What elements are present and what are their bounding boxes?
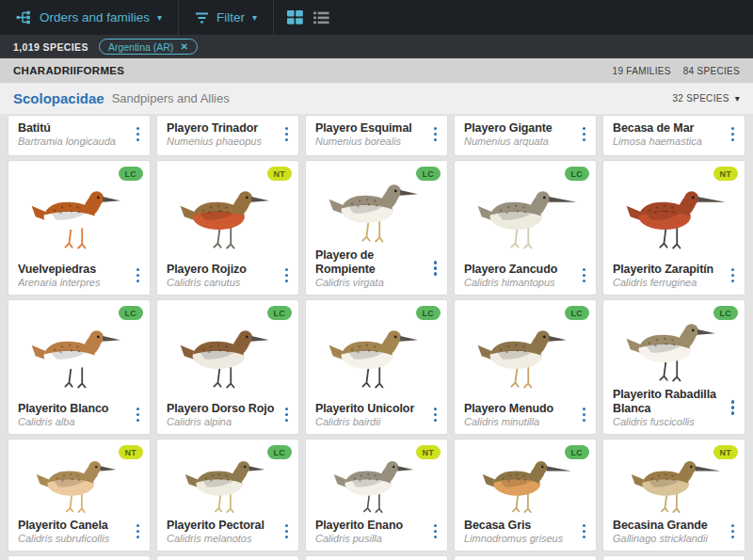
species-menu-button[interactable] [578,520,591,543]
species-scientific-name: Calidris virgata [315,277,429,288]
species-common-name: Playero Zancudo [464,263,578,276]
filter-summary-bar: 1,019 SPECIES Argentina (AR) ✕ [0,35,753,58]
species-card[interactable]: LC [156,299,299,435]
species-menu-button[interactable] [280,520,294,543]
conservation-status-badge: NT [416,445,441,459]
species-card[interactable]: NT [8,439,151,552]
location-filter-label: Argentina (AR) [108,41,173,53]
species-menu-button[interactable] [280,404,294,426]
species-card[interactable]: NT [602,160,745,296]
species-menu-button[interactable] [280,123,294,146]
species-common-name: Vuelvepiedras [18,263,132,276]
species-scientific-name: Gallinago stricklandii [613,533,727,544]
species-card-clipped [305,555,448,560]
species-card[interactable]: LC [602,299,745,435]
species-common-name: Playero Gigante [464,121,578,135]
species-scientific-name: Bartramia longicauda [18,136,132,147]
species-menu-button[interactable] [132,123,145,146]
species-common-name: Playerito Unicolor [315,402,429,415]
species-card[interactable]: LC [8,299,151,435]
orders-families-label: Orders and families [40,10,150,24]
species-common-name: Becasina Grande [613,519,727,532]
family-species-toggle[interactable]: 32 SPECIES ▾ [672,93,740,104]
conservation-status-badge: LC [267,445,292,459]
conservation-status-badge: LC [267,306,292,320]
species-card[interactable]: LC [454,299,597,435]
species-card[interactable]: LC [8,160,151,296]
species-scientific-name: Calidris himantopus [464,277,578,288]
filter-label: Filter [216,10,245,24]
species-common-name: Playero Menudo [464,402,578,415]
species-card[interactable]: Playero Trinador Numenius phaeopus [156,115,299,156]
species-menu-button[interactable] [132,404,145,426]
species-menu-button[interactable] [280,264,294,287]
filter-button[interactable]: Filter ▾ [179,0,274,35]
species-menu-button[interactable] [727,264,740,287]
order-name: CHARADRIIFORMES [13,65,613,76]
conservation-status-badge: LC [416,167,441,181]
species-menu-button[interactable] [429,257,442,280]
species-card[interactable]: LC [156,439,299,552]
conservation-status-badge: NT [267,167,292,181]
family-species-count: 32 SPECIES [672,93,729,104]
species-menu-button[interactable] [578,404,591,426]
species-menu-button[interactable] [727,123,740,146]
orders-families-button[interactable]: Orders and families ▾ [0,0,179,35]
species-scientific-name: Limnodromus griseus [464,533,578,544]
species-menu-button[interactable] [429,520,442,543]
list-view-icon[interactable] [313,11,329,24]
species-card[interactable]: NT [156,160,299,296]
conservation-status-badge: NT [119,445,143,459]
species-scientific-name: Calidris minutilla [464,416,578,427]
species-scientific-name: Calidris fuscicollis [613,416,727,427]
species-common-name: Playero Rojizo [167,263,280,276]
species-scientific-name: Numenius borealis [315,136,429,147]
species-menu-button[interactable] [132,520,145,543]
location-filter-chip[interactable]: Argentina (AR) ✕ [99,39,198,55]
species-scientific-name: Calidris canutus [167,277,280,288]
species-card-clipped [8,555,151,560]
species-menu-button[interactable] [132,264,145,287]
family-name-link[interactable]: Scolopacidae [13,90,104,106]
species-card[interactable]: Becasa de Mar Limosa haemastica [602,115,745,156]
species-card[interactable]: Playero Esquimal Numenius borealis [305,115,448,156]
species-row: Batitú Bartramia longicauda [8,115,745,156]
species-menu-button[interactable] [578,264,591,287]
species-menu-button[interactable] [429,123,442,146]
species-card[interactable]: Batitú Bartramia longicauda [8,115,151,156]
species-row [8,555,745,560]
species-scientific-name: Numenius phaeopus [167,136,280,147]
species-common-name: Playero de Rompiente [315,248,429,276]
conservation-status-badge: LC [565,167,589,181]
species-scientific-name: Calidris subruficollis [18,533,132,544]
species-card[interactable]: LC [454,439,597,552]
species-scientific-name: Arenaria interpres [18,277,132,288]
species-card[interactable]: LC [454,160,597,296]
close-icon[interactable]: ✕ [180,41,187,52]
species-card[interactable]: LC [305,160,448,296]
species-card[interactable]: NT [602,439,745,552]
order-species-count: 84 SPECIES [683,66,740,76]
species-common-name: Playerito Rabadilla Blanca [613,388,727,415]
species-card[interactable]: Playero Gigante Numenius arquata [454,115,597,156]
species-scientific-name: Calidris bairdii [315,416,429,427]
species-card-clipped [156,555,299,560]
species-menu-button[interactable] [578,123,591,146]
species-scientific-name: Calidris alpina [167,416,280,427]
species-menu-button[interactable] [429,404,442,426]
grid-view-icon[interactable] [287,10,303,24]
species-menu-button[interactable] [727,520,740,543]
family-header: Scolopacidae Sandpipers and Allies 32 SP… [0,83,753,114]
species-menu-button[interactable] [727,396,740,419]
species-card[interactable]: LC [305,299,448,435]
species-scientific-name: Numenius arquata [464,136,578,147]
species-scientific-name: Calidris pusilla [315,533,429,544]
total-species-count: 1,019 SPECIES [13,41,88,53]
species-common-name: Playero Dorso Rojo [167,402,280,415]
species-common-name: Playerito Blanco [18,402,132,415]
chevron-down-icon: ▾ [157,13,162,23]
conservation-status-badge: LC [119,306,143,320]
species-grid: Batitú Bartramia longicauda [0,114,753,560]
species-card[interactable]: NT [305,439,448,552]
species-common-name: Becasa de Mar [613,121,727,135]
